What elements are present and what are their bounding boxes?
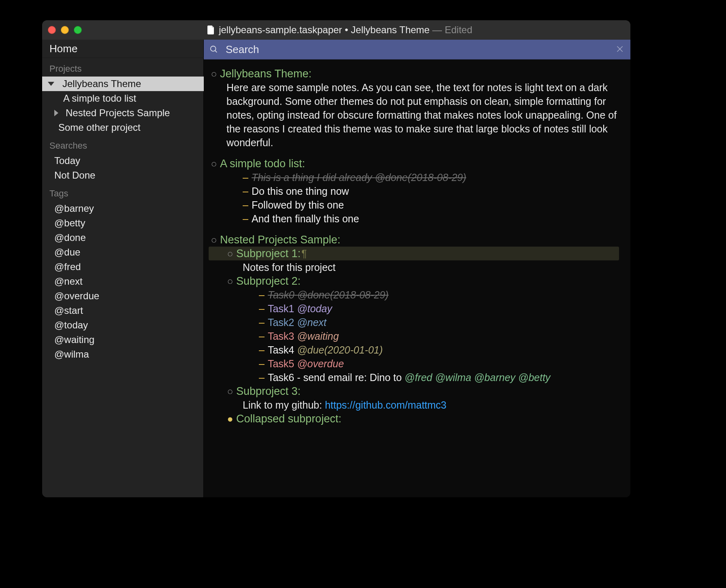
svg-point-0 [211,46,216,51]
zoom-window-button[interactable] [74,26,82,34]
task-dash-icon: – [259,302,265,315]
window-controls [48,26,82,34]
note-text: Here are some sample notes. As you can s… [226,81,623,149]
projects-header: Projects [42,61,204,77]
sidebar-item-label: @betty [54,217,85,229]
subproject-heading-selected[interactable]: ○ Subproject 1:¶ [209,247,619,260]
sidebar-item-label: @done [54,232,86,243]
sidebar-item-simple-todo[interactable]: A simple todo list [42,91,204,106]
sidebar-tag-start[interactable]: @start [42,303,204,318]
sidebar-item-some-other-project[interactable]: Some other project [42,120,204,135]
task-line-next[interactable]: – Task2 @next [209,315,623,329]
sidebar-item-nested-projects[interactable]: Nested Projects Sample [42,106,204,120]
sidebar-tag-due[interactable]: @due [42,245,204,260]
task-text: Followed by this one [252,198,344,212]
task-line[interactable]: – And then finally this one [209,212,623,226]
outline-bullet-icon: ○ [210,157,218,170]
document-content[interactable]: ○ Jellybeans Theme: Here are some sample… [204,60,630,442]
minimize-window-button[interactable] [61,26,69,34]
task-line[interactable]: – Followed by this one [209,198,623,212]
project-heading[interactable]: ○ Nested Projects Sample: [209,233,623,247]
close-window-button[interactable] [48,26,56,34]
projects-group: Projects Jellybeans Theme A simple todo … [42,58,204,135]
task-line-done[interactable]: – Task0 @done(2018-08-29) [209,288,623,302]
outline-bullet-icon: ○ [226,274,234,288]
outline-bullet-icon: ○ [226,384,234,398]
sidebar-item-label: @fred [54,261,81,273]
project-title: Subproject 1: [236,247,301,260]
note-line[interactable]: Notes for this project [209,260,623,274]
sidebar-item-label: @due [54,247,80,258]
outline-bullet-filled-icon: ● [226,412,234,426]
sidebar-tag-overdue[interactable]: @overdue [42,289,204,303]
subproject-heading-collapsed[interactable]: ● Collapsed subproject: [209,412,623,426]
note-line[interactable]: Here are some sample notes. As you can s… [209,81,623,149]
sidebar-tag-today[interactable]: @today [42,318,204,332]
search-input[interactable] [225,43,616,56]
sidebar-tag-betty[interactable]: @betty [42,216,204,230]
task-text: Task0 [268,289,295,300]
tags-header: Tags [42,186,204,201]
task-line-done[interactable]: – This is a thing I did already @done(20… [209,170,623,184]
title-status: Edited [445,24,472,35]
window-title: jellybeans-sample.taskpaper • Jellybeans… [219,24,472,36]
sidebar-item-label: Nested Projects Sample [62,107,170,119]
task-line-overdue[interactable]: – Task5 @overdue [209,357,623,371]
titlebar: jellybeans-sample.taskpaper • Jellybeans… [42,20,630,40]
task-tag: @done(2018-08-29) [297,289,389,300]
project-heading[interactable]: ○ Jellybeans Theme: [209,67,623,81]
task-dash-icon: – [259,357,265,371]
sidebar-search-today[interactable]: Today [42,153,204,168]
task-dash-icon: – [243,198,248,212]
task-dash-icon: – [243,184,248,198]
task-line[interactable]: – Do this one thing now [209,184,623,198]
sidebar-tag-wilma[interactable]: @wilma [42,347,204,362]
sidebar-tag-barney[interactable]: @barney [42,201,204,216]
task-tag: @next [297,315,327,329]
task-line-waiting[interactable]: – Task3 @waiting [209,329,623,343]
sidebar-tag-fred[interactable]: @fred [42,260,204,274]
task-text: Do this one thing now [252,184,349,198]
sidebar-item-label: @waiting [54,334,94,345]
task-text: Task1 [268,302,294,315]
chevron-right-icon [54,110,58,116]
note-line-with-link[interactable]: Link to my github: https://github.com/ma… [209,398,623,412]
task-dash-icon: – [259,371,265,384]
mention-tag: @wilma [435,371,471,384]
mention-tag: @fred [405,371,432,384]
chevron-down-icon [48,82,54,86]
editor: ○ Jellybeans Theme: Here are some sample… [204,40,630,497]
task-text: And then finally this one [252,212,359,226]
sidebar-tag-done[interactable]: @done [42,230,204,245]
home-button[interactable]: Home [42,40,204,58]
clear-search-icon[interactable] [616,45,625,54]
search-bar[interactable] [204,40,630,60]
subproject-heading[interactable]: ○ Subproject 3: [209,384,623,398]
sidebar-item-label: @today [54,320,88,331]
sidebar-item-label: @start [54,305,83,316]
project-heading[interactable]: ○ A simple todo list: [209,157,623,170]
task-tag: @today [297,302,332,315]
sidebar-item-label: Some other project [48,122,141,133]
task-text: Task6 - send email re: Dino to [268,371,402,384]
link[interactable]: https://github.com/mattmc3 [325,398,446,412]
task-dash-icon: – [259,288,265,302]
project-title: Jellybeans Theme: [220,67,312,81]
svg-line-1 [215,51,217,53]
mention-tag: @betty [518,371,551,384]
task-line-today[interactable]: – Task1 @today [209,302,623,315]
outline-bullet-icon: ○ [226,247,234,260]
project-title: A simple todo list: [220,157,305,170]
task-tag: @done(2018-08-29) [375,172,466,183]
task-line-mentions[interactable]: – Task6 - send email re: Dino to @fred @… [209,371,623,384]
sidebar-tag-waiting[interactable]: @waiting [42,332,204,347]
sidebar-item-jellybeans-theme[interactable]: Jellybeans Theme [42,77,204,91]
sidebar-tag-next[interactable]: @next [42,274,204,289]
searches-header: Searches [42,138,204,153]
task-line-due[interactable]: – Task4 @due(2020-01-01) [209,343,623,357]
sidebar-item-label: @barney [54,203,94,214]
subproject-heading[interactable]: ○ Subproject 2: [209,274,623,288]
task-text: Task2 [268,315,294,329]
mention-tag: @barney [474,371,515,384]
sidebar-search-not-done[interactable]: Not Done [42,168,204,183]
